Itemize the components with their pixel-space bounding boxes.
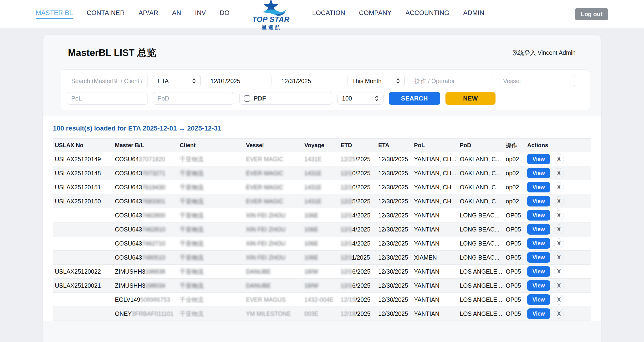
cell-eta: 12/30/2025: [376, 180, 412, 194]
view-button[interactable]: View: [527, 309, 550, 319]
view-button[interactable]: View: [527, 182, 550, 192]
nav-item-master-bl[interactable]: MASTER BL: [36, 9, 73, 19]
keyword-search-input[interactable]: [67, 75, 148, 87]
nav-item-admin[interactable]: ADMIN: [463, 9, 484, 19]
cell-pod: OAKLAND, C...: [458, 194, 504, 208]
delete-row-button[interactable]: X: [554, 309, 564, 319]
view-button[interactable]: View: [527, 252, 550, 263]
delete-row-button[interactable]: X: [554, 253, 564, 263]
nav-item-ap-ar[interactable]: AP/AR: [138, 9, 158, 19]
cell-pod: LONG BEAC...: [458, 222, 504, 237]
results-section: 100 result(s) loaded for ETA 2025-12-01 …: [44, 116, 600, 321]
pod-input[interactable]: [153, 92, 234, 105]
cell-actions: View X: [525, 307, 591, 321]
col-etd: ETD: [339, 139, 376, 152]
view-button[interactable]: View: [527, 154, 550, 164]
cell-vessel: YM MILESTONE: [244, 307, 302, 321]
delete-row-button[interactable]: X: [554, 182, 564, 192]
cell-operator: op02: [504, 180, 525, 194]
date-field-select[interactable]: ETA: [153, 75, 201, 87]
logout-button[interactable]: Log out: [575, 8, 608, 20]
cell-eta: 12/30/2025: [376, 279, 412, 293]
view-button[interactable]: View: [527, 294, 550, 305]
nav-item-accounting[interactable]: ACCOUNTING: [406, 9, 450, 19]
cell-pol: YANTIAN: [412, 237, 458, 251]
logo-chinese-name: 星遠航: [260, 24, 282, 31]
cell-pod: OAKLAND, C...: [458, 180, 504, 194]
delete-row-button[interactable]: X: [554, 295, 564, 305]
view-button[interactable]: View: [527, 224, 550, 235]
cell-pol: YANTIAN, CH...: [412, 152, 458, 166]
cell-pol: YANTIAN: [412, 208, 458, 222]
cell-operator: OP05: [504, 251, 525, 265]
cell-etd: 12/10/2025: [339, 180, 376, 194]
cell-pol: YANTIAN: [412, 279, 458, 293]
pol-input[interactable]: [67, 92, 148, 105]
view-button[interactable]: View: [527, 280, 550, 291]
search-row-1: ETA This Month: [67, 75, 584, 87]
date-to-input[interactable]: [277, 75, 342, 87]
cell-etd: 12/18/2025: [339, 307, 376, 321]
cell-master-bl: COSU6437683301: [113, 194, 178, 208]
delete-row-button[interactable]: X: [554, 224, 564, 234]
view-button[interactable]: View: [527, 266, 550, 277]
pdf-checkbox[interactable]: [244, 95, 250, 102]
cell-eta: 12/30/2025: [376, 152, 412, 166]
cell-client: 千亚物流: [178, 251, 244, 265]
vessel-input[interactable]: [498, 75, 575, 87]
delete-row-button[interactable]: X: [554, 168, 564, 178]
cell-actions: View X: [525, 194, 591, 208]
delete-row-button[interactable]: X: [554, 267, 564, 277]
cell-actions: View X: [525, 293, 591, 307]
cell-eta: 12/30/2025: [376, 208, 412, 222]
cell-master-bl: COSU6437073271: [113, 166, 178, 180]
delete-row-button[interactable]: X: [554, 196, 564, 206]
nav-item-inv[interactable]: INV: [195, 9, 206, 19]
cell-uslax-no: USLAX25120022: [53, 265, 113, 279]
nav-item-company[interactable]: COMPANY: [359, 9, 392, 19]
page-size-select[interactable]: 100: [338, 92, 384, 105]
pdf-checkbox-label: PDF: [254, 95, 266, 102]
cell-pol: YANTIAN, CH...: [412, 180, 458, 194]
page-size-selected-value: 100: [342, 95, 352, 102]
cell-voyage: 1431E: [302, 166, 339, 180]
cell-voyage: 1431E: [302, 152, 339, 166]
cell-pol: XIAMEN: [412, 251, 458, 265]
range-preset-select[interactable]: This Month: [348, 75, 405, 87]
cell-client: 千亚物流: [178, 237, 244, 251]
cell-actions: View X: [525, 265, 591, 279]
nav-item-an[interactable]: AN: [172, 9, 181, 19]
operator-input[interactable]: [410, 75, 493, 87]
cell-etd: 12/15/2025: [339, 293, 376, 307]
nav-item-do[interactable]: DO: [220, 9, 230, 19]
masterbl-list-card: MasterBL LIST 总览 系統登入 Vincent Admin ETA …: [44, 35, 600, 342]
cell-operator: op02: [504, 152, 525, 166]
date-from-input[interactable]: [206, 75, 272, 87]
cell-uslax-no: [53, 307, 113, 321]
cell-vessel: XIN FEI ZHOU: [244, 251, 302, 265]
nav-right: LOCATION COMPANY ACCOUNTING ADMIN: [312, 9, 484, 19]
cell-client: 千亚物流: [178, 166, 244, 180]
view-button[interactable]: View: [527, 168, 550, 178]
table-row: USLAX25120022 ZIMUSHH3198838 千亚物流 DANUBE…: [53, 265, 591, 279]
delete-row-button[interactable]: X: [554, 154, 564, 164]
table-body: USLAX25120149 COSU6437071820 千亚物流 EVER M…: [53, 152, 591, 321]
delete-row-button[interactable]: X: [554, 238, 564, 248]
view-button[interactable]: View: [527, 196, 550, 207]
new-button[interactable]: NEW: [446, 92, 496, 105]
pdf-filter-box: PDF: [239, 92, 332, 105]
search-button[interactable]: SEARCH: [389, 92, 440, 105]
view-button[interactable]: View: [527, 238, 550, 249]
delete-row-button[interactable]: X: [554, 281, 564, 291]
nav-item-container[interactable]: CONTAINER: [87, 9, 125, 19]
nav-item-location[interactable]: LOCATION: [312, 9, 345, 19]
cell-voyage: 18/W: [302, 265, 339, 279]
cell-operator: op02: [504, 194, 525, 208]
cell-uslax-no: [53, 208, 113, 222]
cell-operator: OP05: [504, 279, 525, 293]
cell-uslax-no: USLAX25120151: [53, 180, 113, 194]
table-row: EGLV149508986753 千业物流 EVER MAGUS 1432-00…: [53, 293, 591, 307]
view-button[interactable]: View: [527, 210, 550, 221]
delete-row-button[interactable]: X: [554, 210, 564, 220]
cell-eta: 12/30/2025: [376, 222, 412, 237]
